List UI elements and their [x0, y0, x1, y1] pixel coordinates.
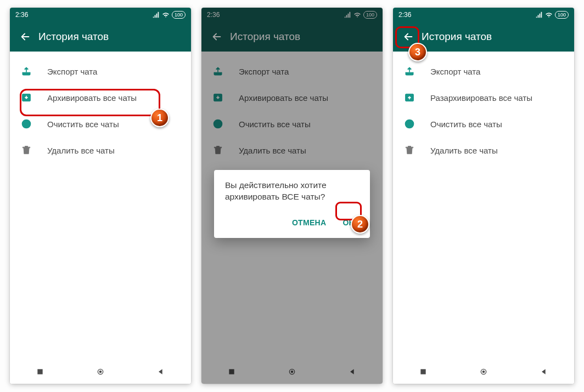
status-icons: 100: [152, 11, 186, 19]
android-nav-bar: [201, 360, 383, 384]
menu-delete-all[interactable]: Удалить все чаты: [393, 137, 574, 163]
nav-back[interactable]: [144, 367, 177, 376]
menu-label: Архивировать все чаты: [239, 93, 328, 103]
menu-label: Экспорт чата: [430, 67, 480, 76]
menu-delete-all[interactable]: Удалить все чаты: [10, 137, 191, 163]
dialog-message: Вы действительно хотите архивировать ВСЕ…: [225, 180, 359, 203]
menu-archive-all[interactable]: Архивировать все чаты: [201, 84, 383, 111]
unarchive-icon: [403, 91, 416, 104]
status-time: 2:36: [207, 11, 220, 19]
clear-icon: [211, 117, 224, 130]
nav-home[interactable]: [276, 367, 308, 376]
menu-delete-all[interactable]: Удалить все чаты: [201, 137, 383, 163]
dialog-cancel-button[interactable]: ОТМЕНА: [288, 215, 330, 230]
signal-icon: [152, 11, 160, 19]
menu-archive-all[interactable]: Архивировать все чаты: [10, 84, 191, 111]
back-button[interactable]: [397, 26, 419, 48]
svg-rect-3: [37, 369, 42, 374]
menu-label: Удалить все чаты: [239, 146, 306, 155]
trash-icon: [211, 144, 224, 157]
trash-icon: [403, 144, 416, 157]
signal-icon: [535, 11, 543, 19]
menu-label: Очистить все чаты: [47, 120, 119, 129]
page-title: История чатов: [422, 31, 492, 43]
arrow-left-icon: [402, 31, 414, 43]
battery-level: 100: [363, 11, 377, 19]
svg-rect-15: [420, 369, 425, 374]
toolbar: История чатов: [393, 22, 574, 52]
menu-label: Экспорт чата: [47, 67, 97, 76]
menu-clear-all[interactable]: Очистить все чаты: [10, 111, 191, 137]
menu-clear-all[interactable]: Очистить все чаты: [393, 111, 574, 137]
wifi-icon: [353, 11, 361, 19]
nav-recent[interactable]: [215, 367, 248, 376]
status-bar: 2:36 100: [201, 8, 383, 22]
nav-recent[interactable]: [407, 367, 440, 376]
menu-list: Экспорт чата Архивировать все чаты Очист…: [10, 52, 191, 360]
export-icon: [20, 65, 33, 78]
toolbar: История чатов: [201, 22, 383, 52]
battery-level: 100: [172, 11, 186, 19]
status-time: 2:36: [15, 11, 28, 19]
dialog-actions: ОТМЕНА OK: [225, 215, 359, 234]
menu-export-chat[interactable]: Экспорт чата: [201, 58, 383, 84]
back-button[interactable]: [206, 26, 228, 48]
archive-icon: [20, 91, 33, 104]
status-bar: 2:36 100: [10, 8, 191, 22]
menu-label: Удалить все чаты: [430, 146, 498, 155]
menu-label: Удалить все чаты: [47, 146, 115, 155]
arrow-left-icon: [211, 31, 223, 43]
menu-export-chat[interactable]: Экспорт чата: [393, 58, 574, 84]
export-icon: [403, 65, 416, 78]
phone-screen-1: 2:36 100 История чатов Экспорт чата Архи…: [10, 8, 191, 384]
status-bar: 2:36 100: [393, 8, 574, 22]
menu-label: Архивировать все чаты: [47, 93, 137, 103]
svg-point-5: [99, 371, 102, 373]
wifi-icon: [545, 11, 553, 19]
menu-export-chat[interactable]: Экспорт чата: [10, 58, 191, 84]
clear-icon: [20, 117, 33, 130]
page-title: История чатов: [230, 31, 300, 43]
archive-icon: [211, 91, 224, 104]
signal-icon: [344, 11, 351, 19]
nav-back[interactable]: [336, 367, 369, 376]
nav-home[interactable]: [84, 367, 117, 376]
nav-back[interactable]: [527, 367, 560, 376]
nav-recent[interactable]: [24, 367, 57, 376]
status-icons: 100: [344, 11, 377, 19]
nav-home[interactable]: [467, 367, 500, 376]
confirm-dialog: Вы действительно хотите архивировать ВСЕ…: [214, 170, 370, 238]
wifi-icon: [162, 11, 170, 19]
export-icon: [211, 65, 224, 78]
back-button[interactable]: [14, 26, 36, 48]
toolbar: История чатов: [10, 22, 191, 52]
page-title: История чатов: [38, 31, 109, 43]
phone-screen-2: 2:36 100 История чатов Экспорт чата Архи…: [201, 8, 383, 384]
arrow-left-icon: [19, 31, 31, 43]
trash-icon: [20, 144, 33, 157]
android-nav-bar: [10, 360, 191, 384]
menu-label: Очистить все чаты: [430, 120, 502, 129]
menu-unarchive-all[interactable]: Разархивировать все чаты: [393, 84, 574, 111]
android-nav-bar: [393, 360, 574, 384]
menu-label: Разархивировать все чаты: [430, 93, 532, 103]
svg-point-17: [482, 371, 485, 373]
svg-point-11: [291, 371, 294, 373]
clear-icon: [403, 117, 416, 130]
battery-level: 100: [555, 11, 569, 19]
menu-label: Очистить все чаты: [239, 120, 311, 129]
menu-label: Экспорт чата: [239, 67, 289, 76]
status-time: 2:36: [398, 11, 411, 19]
menu-list: Экспорт чата Разархивировать все чаты Оч…: [393, 52, 574, 360]
status-icons: 100: [535, 11, 569, 19]
menu-clear-all[interactable]: Очистить все чаты: [201, 111, 383, 137]
dialog-ok-button[interactable]: OK: [338, 215, 359, 230]
phone-screen-3: 2:36 100 История чатов Экспорт чата Раза…: [393, 8, 574, 384]
svg-rect-9: [229, 369, 234, 374]
